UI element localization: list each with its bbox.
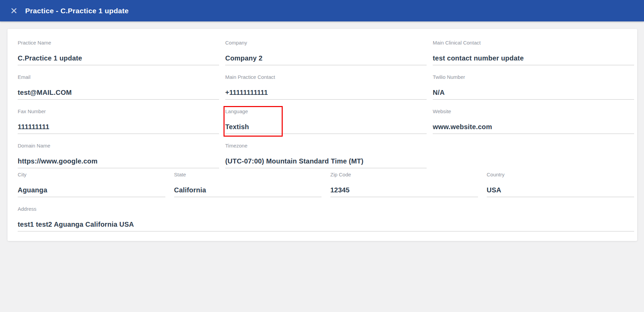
twilio-number-label: Twilio Number bbox=[433, 74, 634, 80]
practice-name-label: Practice Name bbox=[18, 40, 219, 46]
language-input[interactable]: Textish bbox=[225, 123, 427, 131]
website-label: Website bbox=[433, 108, 634, 115]
form-row-1: Practice Name C.Practice 1 update Compan… bbox=[18, 40, 634, 65]
state-input[interactable]: California bbox=[174, 186, 322, 194]
field-practice-name: Practice Name C.Practice 1 update bbox=[18, 40, 219, 65]
practice-form-card: Practice Name C.Practice 1 update Compan… bbox=[7, 29, 637, 241]
state-label: State bbox=[174, 172, 322, 178]
field-address: Address test1 test2 Aguanga California U… bbox=[18, 206, 634, 231]
page-title: Practice - C.Practice 1 update bbox=[25, 7, 129, 15]
address-label: Address bbox=[18, 206, 634, 212]
country-label: Country bbox=[487, 172, 634, 178]
city-label: City bbox=[18, 172, 165, 178]
address-input[interactable]: test1 test2 Aguanga California USA bbox=[18, 220, 634, 228]
field-zip-code: Zip Code 12345 bbox=[330, 172, 478, 197]
field-timezone: Timezone (UTC-07:00) Mountain Standard T… bbox=[225, 143, 427, 168]
field-company: Company Company 2 bbox=[225, 40, 427, 65]
fax-number-label: Fax Number bbox=[18, 108, 219, 115]
form-row-5: City Aguanga State California Zip Code 1… bbox=[18, 172, 634, 197]
field-domain-name: Domain Name https://www.google.com bbox=[18, 143, 219, 168]
field-state: State California bbox=[174, 172, 322, 197]
close-icon[interactable]: ✕ bbox=[8, 5, 20, 17]
form-row-2: Email test@MAIL.COM Main Practice Contac… bbox=[18, 74, 634, 100]
form-row-6: Address test1 test2 Aguanga California U… bbox=[18, 206, 634, 231]
practice-detail-screen: ✕ Practice - C.Practice 1 update Practic… bbox=[0, 0, 644, 312]
main-practice-contact-input[interactable]: +11111111111 bbox=[225, 88, 427, 97]
zip-code-input[interactable]: 12345 bbox=[330, 186, 478, 194]
company-label: Company bbox=[225, 40, 427, 46]
field-website: Website www.website.com bbox=[433, 108, 634, 134]
form-row-4-spacer bbox=[433, 143, 634, 168]
twilio-number-input[interactable]: N/A bbox=[433, 88, 634, 97]
field-city: City Aguanga bbox=[18, 172, 165, 197]
field-email: Email test@MAIL.COM bbox=[18, 74, 219, 100]
main-clinical-contact-input[interactable]: test contact number update bbox=[433, 54, 634, 62]
fax-number-input[interactable]: 111111111 bbox=[18, 123, 219, 131]
timezone-label: Timezone bbox=[225, 143, 427, 149]
form-row-3: Fax Number 111111111 Language Textish We… bbox=[18, 108, 634, 134]
field-country: Country USA bbox=[487, 172, 634, 197]
domain-name-input[interactable]: https://www.google.com bbox=[18, 157, 219, 165]
field-twilio-number: Twilio Number N/A bbox=[433, 74, 634, 100]
company-input[interactable]: Company 2 bbox=[225, 54, 427, 62]
practice-name-input[interactable]: C.Practice 1 update bbox=[18, 54, 219, 62]
language-label: Language bbox=[225, 108, 427, 115]
zip-code-label: Zip Code bbox=[330, 172, 478, 178]
website-input[interactable]: www.website.com bbox=[433, 123, 634, 131]
main-practice-contact-label: Main Practice Contact bbox=[225, 74, 427, 80]
field-main-practice-contact: Main Practice Contact +11111111111 bbox=[225, 74, 427, 100]
main-clinical-contact-label: Main Clinical Contact bbox=[433, 40, 634, 46]
country-input[interactable]: USA bbox=[487, 186, 634, 194]
appbar: ✕ Practice - C.Practice 1 update bbox=[0, 0, 644, 21]
field-main-clinical-contact: Main Clinical Contact test contact numbe… bbox=[433, 40, 634, 65]
timezone-input[interactable]: (UTC-07:00) Mountain Standard Time (MT) bbox=[225, 157, 427, 165]
domain-name-label: Domain Name bbox=[18, 143, 219, 149]
field-fax-number: Fax Number 111111111 bbox=[18, 108, 219, 134]
email-input[interactable]: test@MAIL.COM bbox=[18, 88, 219, 97]
city-input[interactable]: Aguanga bbox=[18, 186, 165, 194]
field-language: Language Textish bbox=[225, 108, 427, 134]
form-row-4: Domain Name https://www.google.com Timez… bbox=[18, 143, 634, 168]
email-label: Email bbox=[18, 74, 219, 80]
